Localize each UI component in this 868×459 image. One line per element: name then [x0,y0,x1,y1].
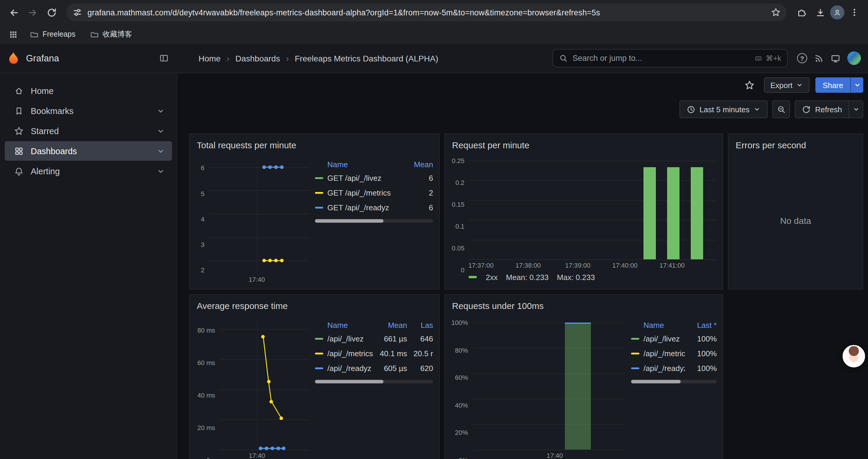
y-tick-label: 40 ms [197,392,215,399]
legend-column-header[interactable]: Mean [401,160,433,169]
sidebar-item-alerting[interactable]: Alerting [5,161,172,181]
legend-column-header[interactable]: Las [407,321,433,329]
breadcrumb-home[interactable]: Home [198,54,221,63]
legend-row[interactable]: /api/_/readyz100% [631,361,717,376]
legend-column-header[interactable]: Mean [373,321,407,329]
legend-value: 605 µs [373,364,407,373]
legend-scrollbar[interactable] [315,380,433,383]
chart-bar[interactable] [691,167,703,259]
zoom-out-button[interactable] [773,100,790,118]
favorite-star-icon[interactable] [741,77,758,93]
extensions-icon[interactable] [793,4,810,21]
legend-row[interactable]: /api/_/metrics40.1 ms20.5 r [315,346,433,361]
chevron-down-icon[interactable] [157,147,165,155]
plot-area[interactable] [469,157,717,259]
data-point[interactable] [280,259,284,262]
sidebar-item-home[interactable]: Home [5,81,172,100]
export-button[interactable]: Export [764,77,809,93]
share-menu-caret[interactable] [850,77,863,93]
user-avatar[interactable] [847,52,861,65]
data-point[interactable] [262,165,266,169]
chevron-down-icon[interactable] [157,107,165,115]
chevron-down-icon[interactable] [157,167,165,175]
bookmark-star-icon[interactable] [771,8,780,17]
legend-row[interactable]: /api/_/metrics100% [631,346,717,361]
omnibox[interactable]: grafana.mathmast.com/d/deytv4rwavabkb/fr… [66,4,786,21]
reload-icon[interactable] [42,4,60,21]
legend-scrollbar[interactable] [315,219,433,223]
panel-title[interactable]: Errors per second [735,138,857,157]
breadcrumb-dashboards[interactable]: Dashboards [236,54,280,63]
legend-scrollbar-thumb[interactable] [315,380,383,383]
downloads-icon[interactable] [811,4,829,21]
data-point[interactable] [261,335,265,338]
sidebar-item-dashboards[interactable]: Dashboards [5,141,172,161]
plot-area[interactable] [472,317,625,450]
time-range-picker[interactable]: Last 5 minutes [680,100,768,118]
legend-column-header[interactable]: Name [631,321,685,329]
sidebar-item-bookmarks[interactable]: Bookmarks [5,101,172,121]
legend-row[interactable]: GET /api/_/metrics2 [315,186,433,200]
browser-menu-icon[interactable] [845,4,863,21]
forward-icon[interactable] [24,4,41,21]
chart-bar[interactable] [565,322,591,450]
search-placeholder: Search or jump to... [572,54,749,63]
panel-title[interactable]: Request per minute [451,138,717,157]
sync-icon [802,105,811,114]
dock-menu-icon[interactable] [159,53,169,63]
legend-column-header[interactable]: Name [315,160,401,169]
plot-area[interactable] [219,317,309,450]
rss-news-icon[interactable] [814,54,824,63]
data-point[interactable] [267,380,270,384]
chevron-down-icon[interactable] [157,127,165,135]
apps-shortcut-icon[interactable] [6,27,20,41]
sidebar-item-starred[interactable]: Starred [5,121,172,140]
panel-title[interactable]: Requests under 100ms [451,298,717,317]
x-tick-label: 17:39:00 [565,262,591,269]
y-tick-label: 60% [455,374,468,381]
share-button[interactable]: Share [816,77,850,93]
chart-bar[interactable] [667,167,680,259]
site-settings-icon[interactable] [73,8,82,17]
data-point[interactable] [268,259,272,262]
panel-title[interactable]: Average response time [195,298,433,317]
panel-average-response-time: Average response time 80 ms60 ms40 ms20 … [189,294,440,459]
bookmark-item[interactable]: 收藏博客 [85,27,137,42]
chart-bar[interactable] [644,167,656,259]
refresh-interval-caret[interactable] [849,100,863,118]
panel-request-per-minute: Request per minute 0.250.20.150.10.050 1… [444,133,723,290]
legend-column-header[interactable]: Last * [685,321,717,329]
legend-row[interactable]: GET /api/_/livez6 [315,171,433,186]
plot-area[interactable] [209,157,309,273]
chevron-down-icon [852,106,860,113]
back-icon[interactable] [5,4,23,21]
data-point[interactable] [262,259,266,262]
legend-scrollbar[interactable] [631,380,717,383]
legend-inline[interactable]: 2xx Mean: 0.233 Max: 0.233 [469,270,717,284]
url-text[interactable]: grafana.mathmast.com/d/deytv4rwavabkb/fr… [88,8,766,17]
data-point[interactable] [274,165,278,169]
legend-row[interactable]: /api/_/livez100% [631,331,717,346]
panel-title[interactable]: Total requests per minute [195,138,433,157]
legend-column-header[interactable]: Name [315,321,373,329]
bookmark-item[interactable]: Freeleaps [25,28,80,41]
search-input[interactable]: Search or jump to... ⌘+k [553,49,788,67]
data-point[interactable] [280,165,284,169]
bar-chart: 0.250.20.150.10.050 17:37:0017:38:0017:3… [451,157,717,270]
legend-scrollbar-thumb[interactable] [631,380,681,383]
legend-scrollbar-thumb[interactable] [315,219,383,223]
legend-row[interactable]: GET /api/_/readyz6 [315,200,433,215]
browser-profile-avatar[interactable] [830,5,844,20]
grafana-logo-icon[interactable] [7,51,20,65]
legend-row[interactable]: /api/_/livez661 µs646 [315,331,433,346]
legend-row[interactable]: /api/_/readyz605 µs620 [315,361,433,376]
help-icon[interactable]: ? [797,53,807,63]
refresh-button[interactable]: Refresh [795,100,849,118]
data-point[interactable] [279,416,283,420]
data-point[interactable] [274,259,278,262]
assistant-avatar[interactable] [843,345,865,367]
data-point[interactable] [270,400,273,403]
display-kiosk-icon[interactable] [831,54,840,63]
data-point[interactable] [268,165,272,169]
y-tick-label: 5 [201,190,205,197]
